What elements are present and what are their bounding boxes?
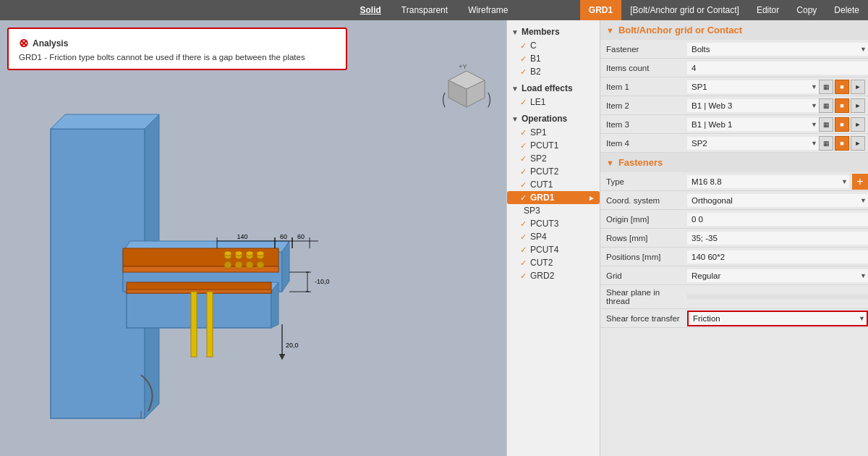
fasteners-section-arrow[interactable]: ▼ bbox=[606, 159, 614, 167]
item2-icon3[interactable]: ► bbox=[851, 98, 865, 113]
top-bar: Solid Transparent Wireframe GRD1 [Bolt/A… bbox=[0, 0, 868, 20]
members-group-header[interactable]: ▼ Members bbox=[507, 25, 600, 39]
positions-row: Positions [mm] 140 60*2 bbox=[600, 248, 868, 266]
sidebar-item-SP3[interactable]: SP3 bbox=[507, 204, 600, 217]
cube-navigator[interactable]: +Y bbox=[441, 60, 492, 118]
sidebar-item-PCUT3[interactable]: ✓ PCUT3 bbox=[507, 217, 600, 230]
check-LE1: ✓ bbox=[520, 98, 527, 107]
fastener-value-cell[interactable]: Bolts ▼ bbox=[687, 43, 868, 56]
check-SP4: ✓ bbox=[520, 232, 527, 242]
item3-icon3[interactable]: ► bbox=[851, 117, 865, 132]
sidebar-item-CUT1[interactable]: ✓ CUT1 bbox=[507, 178, 600, 191]
sidebar-label-LE1: LE1 bbox=[530, 97, 545, 107]
shear-plane-label: Shear plane in thread bbox=[600, 285, 687, 308]
type-label: Type bbox=[600, 174, 687, 189]
item2-value: B1 | Web 3 bbox=[692, 101, 814, 110]
item3-icon2[interactable]: ■ bbox=[835, 117, 849, 132]
item4-value-cell[interactable]: SP2 ▼ bbox=[687, 137, 819, 150]
item4-icon1[interactable]: ▦ bbox=[819, 136, 833, 151]
view-wireframe-btn[interactable]: Wireframe bbox=[458, 1, 518, 19]
fastener-row: Fastener Bolts ▼ bbox=[600, 40, 868, 59]
item2-icons: ▦ ■ ► bbox=[819, 98, 868, 113]
operations-group-header[interactable]: ▼ Operations bbox=[507, 111, 600, 126]
copy-btn[interactable]: Copy bbox=[788, 0, 825, 20]
check-PCUT3: ✓ bbox=[520, 219, 527, 229]
svg-point-24 bbox=[246, 261, 253, 269]
svg-rect-13 bbox=[127, 292, 271, 328]
sidebar-item-GRD1[interactable]: ✓ GRD1 ► bbox=[507, 191, 600, 204]
item4-icon2[interactable]: ■ bbox=[835, 136, 849, 151]
sidebar-label-PCUT3: PCUT3 bbox=[530, 219, 558, 229]
sidebar-label-GRD1: GRD1 bbox=[530, 193, 554, 203]
svg-text:60: 60 bbox=[280, 233, 287, 240]
grd1-arrow: ► bbox=[588, 194, 595, 202]
coord-value-cell[interactable]: Orthogonal ▼ bbox=[687, 194, 868, 207]
sidebar-item-B1[interactable]: ✓ B1 bbox=[507, 52, 600, 65]
sidebar-item-PCUT4[interactable]: ✓ PCUT4 bbox=[507, 243, 600, 256]
editor-btn[interactable]: Editor bbox=[748, 0, 788, 20]
top-bar-right: GRD1 [Bolt/Anchor grid or Contact] Edito… bbox=[580, 0, 868, 20]
analysis-box: ⊗ Analysis GRD1 - Friction type bolts ca… bbox=[7, 28, 347, 70]
sidebar-item-PCUT1[interactable]: ✓ PCUT1 bbox=[507, 139, 600, 152]
sidebar-item-C[interactable]: ✓ C bbox=[507, 39, 600, 52]
shear-force-value-cell[interactable]: Friction ▼ bbox=[687, 311, 868, 326]
sidebar-item-LE1[interactable]: ✓ LE1 bbox=[507, 96, 600, 109]
item1-value-cell[interactable]: SP1 ▼ bbox=[687, 80, 819, 93]
item3-value-cell[interactable]: B1 | Web 1 ▼ bbox=[687, 118, 819, 131]
error-icon: ⊗ bbox=[19, 36, 28, 50]
sidebar-item-CUT2[interactable]: ✓ CUT2 bbox=[507, 256, 600, 269]
sidebar-item-GRD2[interactable]: ✓ GRD2 bbox=[507, 269, 600, 282]
svg-text:-10,0: -10,0 bbox=[315, 278, 330, 285]
view-solid-btn[interactable]: Solid bbox=[350, 1, 391, 19]
item2-value-cell[interactable]: B1 | Web 3 ▼ bbox=[687, 99, 819, 112]
positions-value: 140 60*2 bbox=[692, 253, 864, 261]
item1-icons: ▦ ■ ► bbox=[819, 80, 868, 94]
svg-rect-12 bbox=[123, 266, 278, 272]
item1-value: SP1 bbox=[692, 83, 814, 91]
members-section: ▼ Members ✓ C ✓ B1 ✓ B2 bbox=[507, 23, 600, 80]
item3-label: Item 3 bbox=[600, 117, 687, 132]
check-SP2: ✓ bbox=[520, 154, 527, 164]
svg-point-25 bbox=[257, 261, 264, 269]
item1-icon3[interactable]: ► bbox=[851, 80, 865, 94]
sidebar-label-PCUT2: PCUT2 bbox=[530, 166, 558, 177]
view-transparent-btn[interactable]: Transparent bbox=[391, 1, 458, 19]
grd-label: GRD1 bbox=[580, 0, 621, 20]
origin-row: Origin [mm] 0 0 bbox=[600, 210, 868, 229]
item2-icon2[interactable]: ■ bbox=[835, 98, 849, 113]
items-count-value-cell[interactable]: 4 bbox=[687, 62, 868, 75]
item1-icon2[interactable]: ■ bbox=[835, 80, 849, 94]
analysis-title-text: Analysis bbox=[33, 38, 68, 48]
sidebar-item-PCUT2[interactable]: ✓ PCUT2 bbox=[507, 165, 600, 178]
operations-label: Operations bbox=[522, 114, 567, 124]
type-value-cell[interactable]: M16 8.8 ▼ bbox=[687, 175, 849, 188]
operations-arrow: ▼ bbox=[511, 115, 519, 123]
sidebar-item-SP1[interactable]: ✓ SP1 bbox=[507, 126, 600, 139]
sidebar-label-CUT1: CUT1 bbox=[530, 180, 553, 190]
item1-icon1[interactable]: ▦ bbox=[819, 80, 833, 94]
sidebar-item-SP4[interactable]: ✓ SP4 bbox=[507, 230, 600, 243]
origin-value-cell[interactable]: 0 0 bbox=[687, 213, 868, 226]
bolt-anchor-section: ▼ Bolt/Anchor grid or Contact Fastener B… bbox=[600, 20, 868, 153]
rows-value-cell[interactable]: 35; -35 bbox=[687, 232, 868, 245]
sidebar-item-B2[interactable]: ✓ B2 bbox=[507, 65, 600, 78]
bracket-label: [Bolt/Anchor grid or Contact] bbox=[621, 0, 748, 20]
check-B1: ✓ bbox=[520, 54, 527, 64]
check-PCUT1: ✓ bbox=[520, 141, 527, 151]
bolt-section-arrow[interactable]: ▼ bbox=[606, 26, 614, 35]
item3-icon1[interactable]: ▦ bbox=[819, 117, 833, 132]
grid-label: Grid bbox=[600, 269, 687, 283]
sidebar-item-SP2[interactable]: ✓ SP2 bbox=[507, 152, 600, 165]
positions-value-cell[interactable]: 140 60*2 bbox=[687, 250, 868, 263]
item2-icon1[interactable]: ▦ bbox=[819, 98, 833, 113]
grid-value-cell[interactable]: Regular ▼ bbox=[687, 269, 868, 282]
shear-plane-value-cell bbox=[687, 295, 868, 299]
sidebar-label-SP4: SP4 bbox=[530, 232, 547, 242]
check-PCUT4: ✓ bbox=[520, 245, 527, 255]
type-add-btn[interactable]: + bbox=[852, 174, 868, 190]
delete-btn[interactable]: Delete bbox=[825, 0, 868, 20]
left-panel-3d[interactable]: ⊗ Analysis GRD1 - Friction type bolts ca… bbox=[0, 20, 506, 456]
main-layout: ⊗ Analysis GRD1 - Friction type bolts ca… bbox=[0, 20, 868, 456]
item4-icon3[interactable]: ► bbox=[851, 136, 865, 151]
load-effects-group-header[interactable]: ▼ Load effects bbox=[507, 81, 600, 96]
